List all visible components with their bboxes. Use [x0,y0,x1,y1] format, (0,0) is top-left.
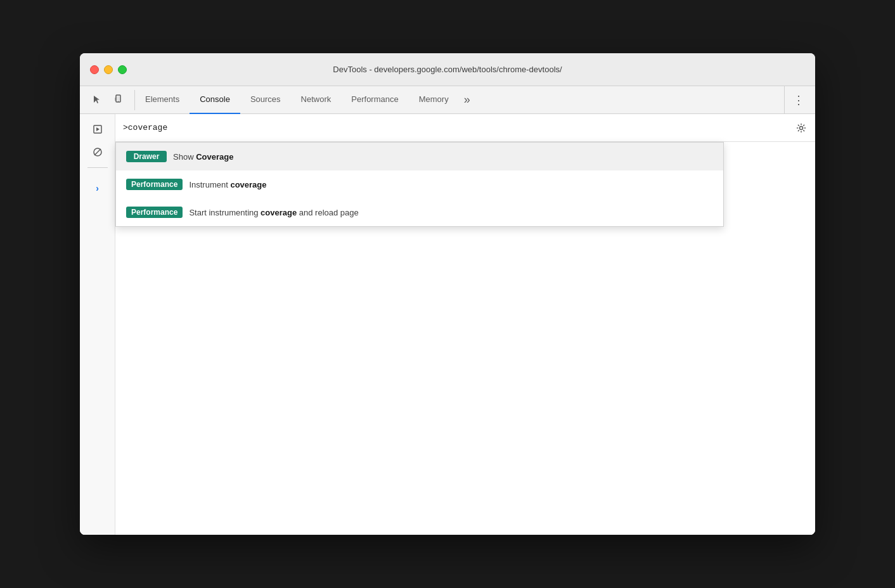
toolbar: Elements Console Sources Network Perform… [80,86,815,114]
chevron-right-icon: › [96,183,99,193]
svg-marker-6 [96,127,100,131]
autocomplete-text-instrument-coverage: Instrument coverage [189,180,266,189]
badge-drawer: Drawer [126,151,167,162]
toolbar-right: ⋮ [784,86,813,113]
tabs-area: Elements Console Sources Network Perform… [135,86,784,113]
console-area: › >coverage Drawer [80,114,815,535]
autocomplete-item-instrument-coverage[interactable]: Performance Instrument coverage [116,170,723,198]
cursor-icon [92,94,103,106]
run-script-button[interactable] [87,119,108,139]
main-console: >coverage Drawer Show Coverage [115,114,815,535]
maximize-button[interactable] [118,65,127,74]
clear-console-button[interactable] [87,142,108,162]
toolbar-left [82,90,135,110]
svg-rect-2 [117,96,120,100]
console-input-row: >coverage [115,114,815,142]
tab-elements[interactable]: Elements [135,86,190,114]
autocomplete-dropdown: Drawer Show Coverage Performance Instrum… [115,142,724,227]
gear-icon [796,123,806,133]
tab-performance[interactable]: Performance [341,86,408,114]
device-toolbar-button[interactable] [109,90,129,110]
autocomplete-text-show-coverage: Show Coverage [173,152,233,162]
tab-network[interactable]: Network [291,86,342,114]
console-settings-button[interactable] [792,119,810,137]
badge-performance-2: Performance [126,207,183,218]
select-element-button[interactable] [87,90,108,110]
play-icon [93,125,102,134]
autocomplete-text-start-instrumenting: Start instrumenting coverage and reload … [189,208,358,217]
svg-point-9 [800,126,803,129]
more-options-button[interactable]: ⋮ [790,91,808,109]
sidebar-controls: › [80,114,115,535]
close-button[interactable] [90,65,99,74]
svg-point-3 [118,101,119,101]
title-bar: DevTools - developers.google.com/web/too… [80,53,815,86]
tab-sources[interactable]: Sources [240,86,291,114]
autocomplete-item-start-instrumenting[interactable]: Performance Start instrumenting coverage… [116,198,723,226]
tab-console[interactable]: Console [190,86,240,114]
tab-overflow-button[interactable]: » [459,86,475,114]
device-icon [113,94,125,106]
badge-performance-1: Performance [126,179,183,190]
console-input[interactable]: >coverage [123,123,808,132]
clear-icon [93,147,103,157]
devtools-window: DevTools - developers.google.com/web/too… [80,53,815,535]
svg-line-8 [94,149,101,155]
traffic-lights [90,65,127,74]
svg-rect-4 [115,98,116,101]
window-title: DevTools - developers.google.com/web/too… [333,65,562,74]
expand-sidebar-button[interactable]: › [87,178,108,198]
autocomplete-item-show-coverage[interactable]: Drawer Show Coverage [116,143,723,170]
minimize-button[interactable] [104,65,113,74]
svg-rect-0 [93,95,94,103]
tab-memory[interactable]: Memory [409,86,459,114]
